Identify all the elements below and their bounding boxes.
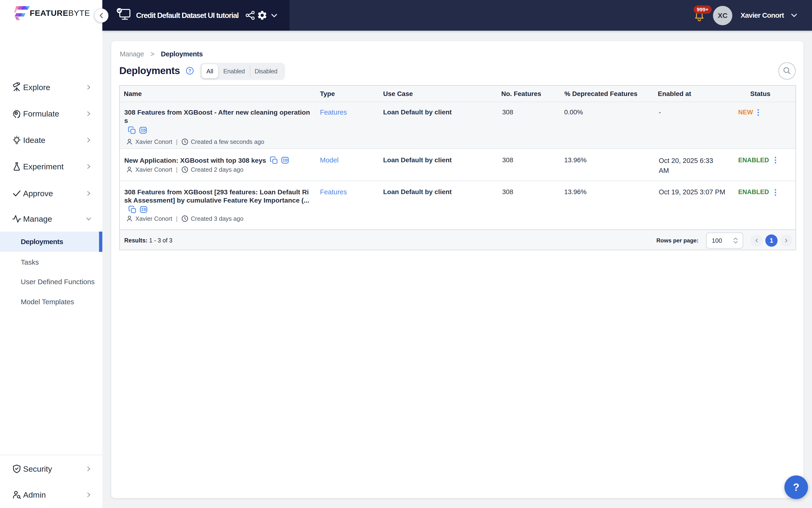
svg-text:ID: ID [140,128,146,133]
svg-text:ID: ID [141,207,146,212]
svg-text:ID: ID [282,158,288,163]
